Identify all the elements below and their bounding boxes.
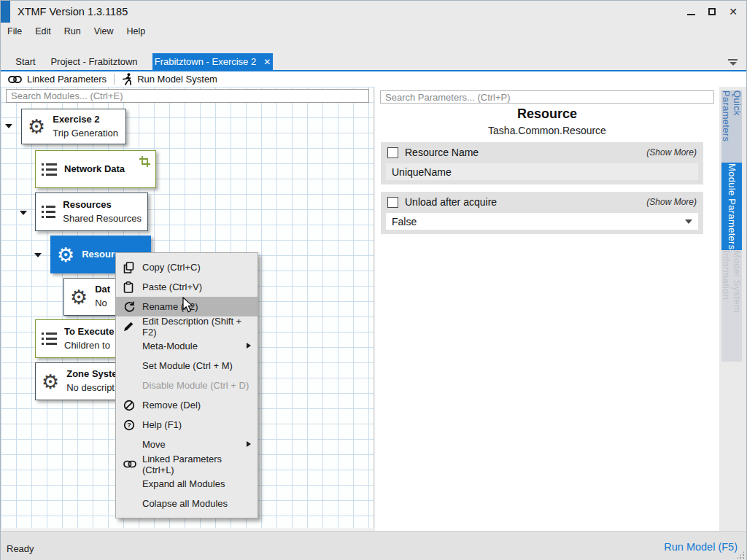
tab-close-icon[interactable]: ✕ xyxy=(263,57,271,67)
quick-parameter-checkbox[interactable] xyxy=(387,197,398,208)
context-menu-item-remove[interactable]: Remove (Del) xyxy=(116,395,258,415)
side-tab-strip: Quick Parameters Module Parameters Model… xyxy=(721,87,742,531)
menu-file[interactable]: File xyxy=(1,24,28,40)
module-type-name: Tasha.Common.Resource xyxy=(375,125,719,136)
context-menu-item-meta-module[interactable]: Meta-Module xyxy=(116,336,258,356)
copy-icon xyxy=(123,262,142,273)
close-button[interactable]: ✕ xyxy=(726,4,740,20)
rename-icon xyxy=(123,301,142,313)
context-menu-item-copy[interactable]: Copy (Ctrl+C) xyxy=(116,257,258,277)
toolbar: Linked Parameters Run Model System xyxy=(1,71,746,87)
context-menu-item-collapse-all[interactable]: Colapse all Modules xyxy=(116,494,258,513)
list-icon xyxy=(42,163,57,176)
app-icon xyxy=(1,1,10,23)
tab-start[interactable]: Start xyxy=(7,53,44,70)
parameter-value-dropdown[interactable]: False xyxy=(386,213,698,230)
close-icon: ✕ xyxy=(729,6,738,18)
context-menu-item-expand-all[interactable]: Expand all Modules xyxy=(116,474,258,494)
context-menu-item-paste[interactable]: Paste (Ctrl+V) xyxy=(116,277,258,297)
run-model-system-button[interactable]: Run Model System xyxy=(115,71,225,87)
search-modules-input[interactable]: Search Modules... (Ctrl+E) xyxy=(6,89,369,103)
link-icon xyxy=(123,460,142,468)
run-model-system-label: Run Model System xyxy=(137,74,217,85)
context-menu-item-set-module[interactable]: Set Module (Ctrl + M) xyxy=(116,356,258,376)
maximize-button[interactable] xyxy=(705,4,719,20)
svg-text:?: ? xyxy=(127,421,131,429)
parameters-panel: Search Parameters... (Ctrl+P) Resource T… xyxy=(375,87,719,531)
module-title: Resource xyxy=(375,106,719,122)
gear-icon: ⚙ xyxy=(28,117,45,136)
expander-resource[interactable] xyxy=(34,253,42,257)
status-bar: Ready Run Model (F5) xyxy=(1,531,746,560)
menu-help[interactable]: Help xyxy=(120,24,152,40)
tab-label: Frabitztown - Exercise 2 xyxy=(155,56,256,67)
side-tab-model-system-information[interactable]: Model System Information xyxy=(721,250,742,362)
linked-parameters-button[interactable]: Linked Parameters xyxy=(1,71,114,87)
module-node-network-data[interactable]: Network Data xyxy=(35,150,156,188)
context-menu-item-disable-module: Disable Module (Ctrl + D) xyxy=(116,376,258,395)
run-model-button[interactable]: Run Model (F5) xyxy=(664,541,738,553)
remove-icon xyxy=(123,400,142,411)
module-node-resources[interactable]: Resources Shared Resources xyxy=(35,192,148,231)
paste-icon xyxy=(123,281,142,293)
context-menu-item-linked-parameters[interactable]: Linked Parameters (Ctrl+L) xyxy=(116,454,258,474)
side-tab-module-parameters[interactable]: Module Parameters xyxy=(721,163,742,250)
expander-exercise-2[interactable] xyxy=(5,124,12,128)
module-node-exercise-2[interactable]: ⚙ Exercise 2 Trip Generation xyxy=(21,109,126,144)
tab-frabitztown-exercise-2[interactable]: Frabitztown - Exercise 2 ✕ xyxy=(152,53,273,70)
status-text: Ready xyxy=(7,543,34,554)
running-man-icon xyxy=(122,73,132,85)
list-icon xyxy=(42,206,55,218)
submenu-arrow-icon xyxy=(247,343,251,349)
show-more-link[interactable]: (Show More) xyxy=(646,197,697,207)
expander-resources[interactable] xyxy=(20,211,27,215)
app-window: XTMF Version 1.3.1185 ✕ File Edit Run Vi… xyxy=(0,0,747,560)
title-bar: XTMF Version 1.3.1185 ✕ xyxy=(1,1,746,23)
gear-icon: ⚙ xyxy=(70,287,88,307)
gear-icon: ⚙ xyxy=(57,245,74,265)
list-icon xyxy=(42,332,57,345)
parameter-label: Unload after acquire xyxy=(405,196,640,208)
linked-parameters-label: Linked Parameters xyxy=(27,74,107,85)
window-title: XTMF Version 1.3.1185 xyxy=(18,6,128,18)
crop-icon xyxy=(139,156,150,167)
context-menu-item-help[interactable]: ? Help (F1) xyxy=(116,415,258,435)
maximize-icon xyxy=(708,8,716,15)
submenu-arrow-icon xyxy=(247,441,251,447)
menu-edit[interactable]: Edit xyxy=(28,24,58,40)
gear-icon: ⚙ xyxy=(42,372,59,392)
parameter-value-input[interactable]: UniqueName xyxy=(386,163,698,180)
mouse-cursor xyxy=(182,297,196,314)
menu-bar: File Edit Run View Help xyxy=(1,24,152,40)
tab-project-frabitztown[interactable]: Project - Frabitztown xyxy=(46,53,142,70)
link-icon xyxy=(8,75,22,84)
parameter-card-unload-after-acquire: Unload after acquire (Show More) False xyxy=(381,192,703,234)
tab-overflow-button[interactable] xyxy=(728,59,738,66)
minimize-button[interactable] xyxy=(684,4,698,20)
help-icon: ? xyxy=(123,419,142,431)
menu-run[interactable]: Run xyxy=(58,24,88,40)
parameter-label: Resource Name xyxy=(405,147,640,158)
minimize-icon xyxy=(687,14,695,16)
pencil-icon xyxy=(123,321,142,332)
context-menu-item-move[interactable]: Move xyxy=(116,435,258,454)
side-tab-quick-parameters[interactable]: Quick Parameters xyxy=(721,90,742,163)
chevron-down-icon xyxy=(685,219,692,224)
context-menu-item-edit-description[interactable]: Edit Description (Shift + F2) xyxy=(116,316,258,336)
context-menu: Copy (Ctrl+C) Paste (Ctrl+V) Rename (F2)… xyxy=(115,252,258,518)
show-more-link[interactable]: (Show More) xyxy=(646,147,697,158)
quick-parameter-checkbox[interactable] xyxy=(387,147,398,158)
search-parameters-input[interactable]: Search Parameters... (Ctrl+P) xyxy=(380,90,714,104)
parameter-card-resource-name: Resource Name (Show More) UniqueName xyxy=(381,142,703,184)
tab-overflow-icon xyxy=(728,59,738,61)
menu-view[interactable]: View xyxy=(88,24,120,40)
document-tab-strip: Start Project - Frabitztown Frabitztown … xyxy=(1,53,746,70)
